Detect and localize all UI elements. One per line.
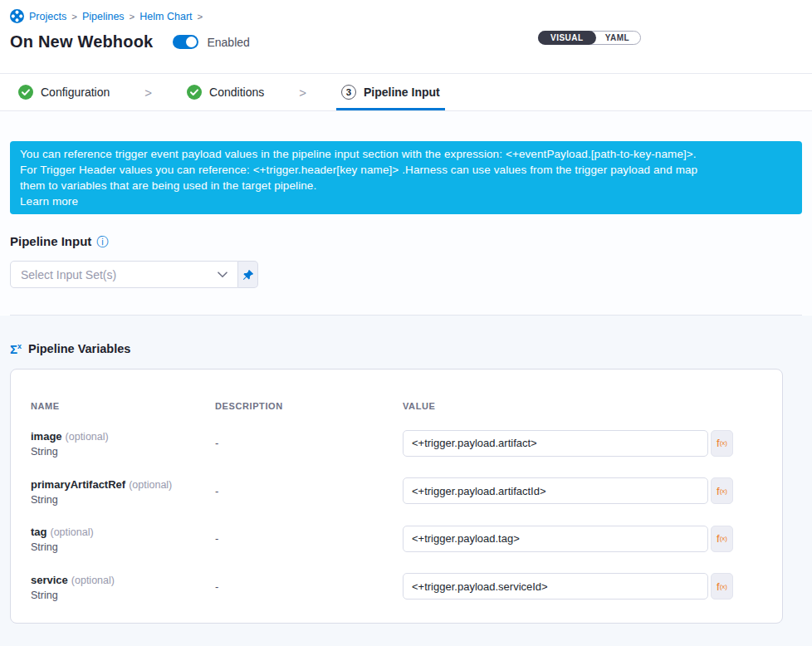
- banner-line: them to variables that are being used in…: [20, 178, 792, 193]
- table-row: tag(optional) String - f(x): [31, 515, 762, 563]
- harness-projects-icon[interactable]: [10, 9, 24, 23]
- table-row: service(optional) String - f(x): [31, 563, 762, 611]
- table-header-row: NAME DESCRIPTION VALUE: [31, 401, 762, 411]
- variable-value-input[interactable]: [403, 573, 708, 600]
- check-icon: [18, 85, 33, 100]
- variable-type: String: [31, 541, 215, 553]
- pipeline-variables-heading: Pipeline Variables: [28, 342, 130, 355]
- optional-tag: (optional): [129, 479, 172, 491]
- breadcrumb-separator: >: [198, 12, 203, 22]
- variable-name: service: [31, 574, 68, 586]
- variable-value-input[interactable]: [403, 430, 708, 457]
- pipeline-input-section: You can reference trigger event payload …: [0, 111, 812, 315]
- breadcrumb-separator: >: [130, 12, 135, 22]
- variable-value-input[interactable]: [403, 477, 708, 504]
- expression-fx-button[interactable]: f(x): [711, 477, 733, 504]
- yaml-tab[interactable]: YAML: [594, 32, 640, 44]
- breadcrumb-separator: >: [71, 12, 77, 22]
- page-header: Projects > Pipelines > Helm Chart > On N…: [0, 0, 812, 74]
- tab-pipeline-input[interactable]: 3 Pipeline Input: [341, 74, 440, 110]
- visual-tab[interactable]: VISUAL: [538, 31, 596, 45]
- variable-name: tag: [31, 526, 47, 538]
- info-icon[interactable]: ⓘ: [96, 236, 108, 247]
- learn-more-link[interactable]: Learn more: [20, 195, 78, 208]
- variable-type: String: [31, 446, 215, 458]
- chevron-down-icon: [218, 272, 227, 278]
- optional-tag: (optional): [71, 575, 115, 586]
- pin-icon: [242, 269, 254, 281]
- expression-fx-button[interactable]: f(x): [711, 526, 733, 552]
- chevron-right-icon: >: [144, 86, 152, 100]
- breadcrumb-link-pipelines[interactable]: Pipelines: [82, 11, 125, 22]
- column-header-value: VALUE: [403, 401, 762, 411]
- breadcrumb: Projects > Pipelines > Helm Chart >: [10, 9, 802, 23]
- wizard-tabbar: Configuration > Conditions > 3 Pipeline …: [0, 74, 812, 111]
- check-icon: [187, 85, 202, 100]
- tab-label: Pipeline Input: [364, 86, 440, 99]
- breadcrumb-link-projects[interactable]: Projects: [29, 11, 66, 22]
- enabled-toggle[interactable]: [173, 35, 198, 49]
- column-header-description: DESCRIPTION: [215, 401, 403, 411]
- table-row: primaryArtifactRef(optional) String - f(…: [31, 467, 762, 516]
- variable-type: String: [31, 494, 215, 506]
- variable-description: -: [215, 580, 403, 593]
- table-row: image(optional) String - f(x): [31, 419, 762, 467]
- chevron-right-icon: >: [299, 86, 306, 100]
- variable-description: -: [215, 485, 403, 497]
- pipeline-input-heading: Pipeline Input: [10, 234, 91, 248]
- info-banner: You can reference trigger event payload …: [10, 141, 802, 214]
- banner-line: For Trigger Header values you can refere…: [20, 162, 792, 178]
- input-set-placeholder: Select Input Set(s): [21, 268, 116, 281]
- optional-tag: (optional): [66, 431, 109, 443]
- optional-tag: (optional): [51, 526, 94, 538]
- input-set-select[interactable]: Select Input Set(s): [10, 261, 238, 288]
- enabled-label: Enabled: [207, 36, 249, 49]
- sigma-variables-icon: Σx: [10, 343, 22, 355]
- tab-label: Configuration: [41, 86, 110, 99]
- variable-description: -: [215, 532, 403, 545]
- expression-fx-button[interactable]: f(x): [711, 430, 733, 457]
- variable-value-input[interactable]: [403, 526, 708, 552]
- tab-configuration[interactable]: Configuration: [18, 74, 110, 110]
- banner-line: You can reference trigger event payload …: [20, 146, 792, 162]
- tab-label: Conditions: [209, 86, 264, 99]
- variable-name: image: [31, 430, 62, 443]
- expression-fx-button[interactable]: f(x): [711, 573, 733, 600]
- pipeline-variables-section: Σx Pipeline Variables NAME DESCRIPTION V…: [0, 316, 812, 646]
- pin-button[interactable]: [238, 261, 258, 288]
- variable-description: -: [215, 437, 403, 449]
- breadcrumb-link-helm-chart[interactable]: Helm Chart: [139, 11, 192, 22]
- step-number: 3: [341, 85, 356, 100]
- column-header-name: NAME: [31, 401, 215, 411]
- variables-card: NAME DESCRIPTION VALUE image(optional) S…: [10, 369, 783, 624]
- variable-name: primaryArtifactRef: [31, 478, 125, 491]
- variable-type: String: [31, 590, 215, 601]
- toggle-knob: [186, 37, 197, 47]
- tab-conditions[interactable]: Conditions: [187, 74, 264, 110]
- page-title: On New Webhook: [10, 32, 153, 51]
- visual-yaml-toggle: VISUAL YAML: [538, 31, 641, 45]
